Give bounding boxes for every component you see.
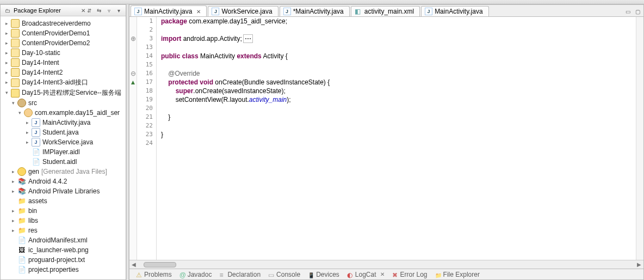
bottom-tab-logcat[interactable]: LogCat✕ <box>345 270 387 279</box>
tree-item-src[interactable]: src <box>4 98 126 108</box>
twisty-icon[interactable] <box>10 208 16 214</box>
filter-icon[interactable]: ▿ <box>105 7 113 14</box>
code-line[interactable] <box>161 60 636 69</box>
tree-item-proguard-project-txt[interactable]: proguard-project.txt <box>4 255 126 265</box>
overview-ruler[interactable] <box>636 17 643 260</box>
project-icon <box>11 89 20 98</box>
tree-item-label: libs <box>28 217 38 224</box>
bottom-tab-javadoc[interactable]: Javadoc <box>177 270 214 279</box>
twisty-icon[interactable] <box>10 218 16 224</box>
code-line[interactable] <box>161 43 636 52</box>
twisty-icon[interactable] <box>4 90 10 96</box>
twisty-icon[interactable] <box>4 50 10 56</box>
project-tree[interactable]: BroadcastreceiverdemoContentProviderDemo… <box>1 16 126 279</box>
tree-item-assets[interactable]: assets <box>4 196 126 206</box>
tree-item-day15-service-[interactable]: Day15-跨进程绑定Service--服务端 <box>4 88 126 98</box>
link-editor-icon[interactable]: ⇆ <box>95 7 103 14</box>
twisty-icon <box>10 257 16 263</box>
tree-item-student-aidl[interactable]: Student.aidl <box>4 157 126 167</box>
twisty-icon[interactable] <box>24 120 30 126</box>
tree-item-gen[interactable]: gen[Generated Java Files] <box>4 167 126 176</box>
tree-item-mainactivity-java[interactable]: MainActivity.java <box>4 118 126 127</box>
code-viewport[interactable]: package com.example.day15_aidl_service;i… <box>157 17 636 260</box>
code-line[interactable]: } <box>161 130 636 139</box>
editor-tab--mainactivity-java[interactable]: *MainActivity.java <box>280 6 350 16</box>
code-line[interactable]: super.onCreate(savedInstanceState); <box>161 87 636 95</box>
tree-item-implayer-aidl[interactable]: IMPlayer.aidl <box>4 147 126 157</box>
tree-item-androidmanifest-xml[interactable]: AndroidManifest.xml <box>4 235 126 245</box>
gutter-marker <box>129 60 137 69</box>
tree-item-libs[interactable]: libs <box>4 216 126 226</box>
twisty-icon[interactable] <box>24 130 30 136</box>
tree-item-label: ContentProviderDemo2 <box>22 39 90 47</box>
tree-item-day14-intent[interactable]: Day14-Intent <box>4 58 126 68</box>
close-view-icon[interactable]: ✕ <box>81 8 85 14</box>
code-line[interactable]: setContentView(R.layout.activity_main); <box>161 95 636 104</box>
bottom-tab-file-explorer[interactable]: File Explorer <box>433 270 482 279</box>
code-line[interactable]: public class MainActivity extends Activi… <box>161 52 636 60</box>
twisty-icon[interactable] <box>4 70 10 76</box>
twisty-icon[interactable] <box>4 31 10 36</box>
maximize-view-icon[interactable]: ▢ <box>634 8 641 15</box>
view-menu-icon[interactable]: ▾ <box>115 7 122 14</box>
twisty-icon[interactable] <box>4 60 10 66</box>
minimize-view-icon[interactable]: ▭ <box>624 8 631 15</box>
twisty-icon[interactable] <box>10 188 16 194</box>
bottom-tab-devices[interactable]: Devices <box>306 270 342 279</box>
tree-item-day14-intent3-aidl-[interactable]: Day14-Intent3-aidl接口 <box>4 77 126 88</box>
twisty-icon[interactable] <box>10 100 16 106</box>
close-tab-icon[interactable]: ✕ <box>196 9 201 15</box>
close-icon[interactable]: ✕ <box>380 271 385 277</box>
tree-item-res[interactable]: res <box>4 226 126 235</box>
line-number: 14 <box>137 52 153 60</box>
code-line[interactable]: @Override <box>161 69 636 78</box>
code-line[interactable]: package com.example.day15_aidl_service; <box>161 17 636 26</box>
code-line[interactable] <box>161 121 636 130</box>
twisty-icon[interactable] <box>17 110 23 116</box>
prob-icon <box>136 271 143 278</box>
editor-tab-mainactivity-java[interactable]: MainActivity.java <box>421 6 488 16</box>
line-number: 21 <box>137 113 153 121</box>
code-line[interactable]: protected void onCreate(Bundle savedInst… <box>161 78 636 87</box>
code-line[interactable]: import android.app.Activity;⋯ <box>161 34 636 43</box>
scroll-thumb[interactable] <box>144 262 176 267</box>
twisty-icon[interactable] <box>4 40 10 46</box>
scroll-left-arrow[interactable]: ◀ <box>129 260 138 269</box>
code-line[interactable]: } <box>161 113 636 121</box>
twisty-icon[interactable] <box>4 80 10 86</box>
twisty-icon[interactable] <box>10 169 16 175</box>
editor-tab-workservice-java[interactable]: WorkService.java <box>208 6 278 16</box>
twisty-icon <box>24 159 30 165</box>
code-line[interactable] <box>161 104 636 113</box>
tree-item-android-private-libraries[interactable]: Android Private Libraries <box>4 186 126 196</box>
editor-tab-mainactivity-java[interactable]: MainActivity.java✕ <box>131 5 207 16</box>
tree-item-day-10-static[interactable]: Day-10-static <box>4 48 126 58</box>
tree-item-contentproviderdemo2[interactable]: ContentProviderDemo2 <box>4 38 126 48</box>
code-line[interactable] <box>161 26 636 34</box>
tree-item-bin[interactable]: bin <box>4 206 126 216</box>
bottom-tab-problems[interactable]: Problems <box>134 270 174 279</box>
tree-item-com-example-day15-aidl-ser[interactable]: com.example.day15_aidl_ser <box>4 108 126 118</box>
scroll-right-arrow[interactable]: ▶ <box>635 260 643 269</box>
tree-item-project-properties[interactable]: project.properties <box>4 265 126 275</box>
tree-item-label: res <box>28 227 38 234</box>
bottom-tab-declaration[interactable]: Declaration <box>217 270 263 279</box>
twisty-icon[interactable] <box>24 139 30 145</box>
tree-item-broadcastreceiverdemo[interactable]: Broadcastreceiverdemo <box>4 19 126 28</box>
editor-tab-activity-main-xml[interactable]: activity_main.xml <box>351 6 420 16</box>
horizontal-scrollbar[interactable]: ◀ ▶ <box>129 260 643 269</box>
code-line[interactable] <box>161 139 636 148</box>
twisty-icon[interactable] <box>4 21 10 27</box>
twisty-icon <box>24 149 30 155</box>
twisty-icon[interactable] <box>10 179 16 185</box>
tree-item-student-java[interactable]: Student.java <box>4 127 126 137</box>
tree-item-workservice-java[interactable]: WorkService.java <box>4 137 126 147</box>
tree-item-android-4-4-2[interactable]: Android 4.4.2 <box>4 176 126 186</box>
bottom-tab-console[interactable]: Console <box>266 270 302 279</box>
twisty-icon[interactable] <box>10 228 16 234</box>
tree-item-ic-launcher-web-png[interactable]: ic_launcher-web.png <box>4 245 126 255</box>
tree-item-contentproviderdemo1[interactable]: ContentProviderDemo1 <box>4 28 126 38</box>
bottom-tab-error-log[interactable]: Error Log <box>390 270 430 279</box>
collapse-all-icon[interactable]: ⇵ <box>85 7 93 14</box>
tree-item-day14-intent2[interactable]: Day14-Intent2 <box>4 68 126 77</box>
